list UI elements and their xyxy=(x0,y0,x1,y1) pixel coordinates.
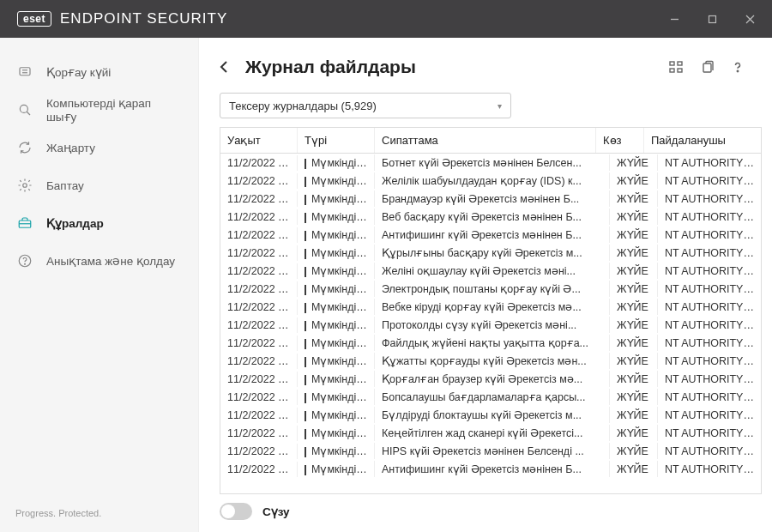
toolbox-icon xyxy=(15,214,34,233)
back-button[interactable] xyxy=(214,57,233,76)
page-title: Журнал файлдары xyxy=(245,57,659,77)
cell-source: ЖҮЙЕ xyxy=(610,371,658,387)
cell-time: 11/2/2022 8... xyxy=(220,263,298,279)
cell-type: Мүмкіндік ө... xyxy=(298,281,375,297)
table-header: Уақыт Түрі Сипаттама Көз Пайдаланушы xyxy=(220,128,761,154)
table-row[interactable]: 11/2/2022 8...Мүмкіндік ө...Антифишинг к… xyxy=(220,460,761,478)
sidebar-item-scan[interactable]: Компьютерді қарап шығу xyxy=(0,91,198,129)
cell-time: 11/2/2022 8... xyxy=(220,408,298,423)
cell-source: ЖҮЙЕ xyxy=(610,263,658,279)
cell-time: 11/2/2022 8... xyxy=(220,173,298,189)
table-row[interactable]: 11/2/2022 8...Мүмкіндік ө...Файлдық жүйе… xyxy=(220,334,761,352)
col-user-header[interactable]: Пайдаланушы xyxy=(644,128,747,153)
cell-user: NT AUTHORITY\SY... xyxy=(658,390,761,405)
table-row[interactable]: 11/2/2022 8...Мүмкіндік ө...Бопсалаушы б… xyxy=(220,388,761,406)
cell-time: 11/2/2022 8... xyxy=(220,245,298,261)
table-row[interactable]: 11/2/2022 8...Мүмкіндік ө...Протоколды с… xyxy=(220,316,761,334)
table-row[interactable]: 11/2/2022 8...Мүмкіндік ө...Веб басқару … xyxy=(220,208,761,226)
svg-rect-15 xyxy=(678,62,682,65)
svg-rect-1 xyxy=(709,15,715,22)
cell-type: Мүмкіндік ө... xyxy=(298,227,375,243)
sidebar-item-setup[interactable]: Баптау xyxy=(0,166,198,204)
table-body[interactable]: 11/2/2022 8...Мүмкіндік ө...Ботнет күйі … xyxy=(220,154,761,493)
cell-type: Мүмкіндік ө... xyxy=(298,317,375,333)
cell-time: 11/2/2022 8... xyxy=(220,317,298,333)
cell-type: Мүмкіндік ө... xyxy=(298,443,375,459)
table-row[interactable]: 11/2/2022 8...Мүмкіндік ө...Кеңейтілген … xyxy=(220,424,761,442)
table-row[interactable]: 11/2/2022 8...Мүмкіндік ө...Антифишинг к… xyxy=(220,226,761,244)
cell-desc: Антифишинг күйі Әрекетсіз мәнінен Б... xyxy=(375,227,610,243)
sidebar-item-update[interactable]: Жаңарту xyxy=(0,129,198,166)
filter-label: Сүзу xyxy=(262,505,290,518)
log-table: Уақыт Түрі Сипаттама Көз Пайдаланушы 11/… xyxy=(220,127,762,494)
cell-desc: Желіні оқшаулау күйі Әрекетсіз мәні... xyxy=(375,263,610,279)
maximize-button[interactable] xyxy=(693,0,731,38)
sidebar-item-label: Баптау xyxy=(46,179,84,192)
sidebar-item-help[interactable]: Анықтама және қолдау xyxy=(0,242,198,280)
cell-desc: Желілік шабуылдаудан қорғау (IDS) к... xyxy=(375,172,610,189)
sidebar: Қорғау күйі Компьютерді қарап шығу Жаңар… xyxy=(0,38,199,532)
svg-rect-14 xyxy=(670,62,674,65)
cell-source: ЖҮЙЕ xyxy=(610,407,658,423)
cell-source: ЖҮЙЕ xyxy=(610,245,658,261)
filter-toggle[interactable] xyxy=(220,503,252,520)
cell-type: Мүмкіндік ө... xyxy=(298,190,375,207)
close-button[interactable] xyxy=(731,0,769,38)
cell-desc: Кеңейтілген жад сканері күйі Әрекетсі... xyxy=(375,425,610,441)
cell-user: NT AUTHORITY\SY... xyxy=(658,372,761,387)
table-row[interactable]: 11/2/2022 8...Мүмкіндік ө...Құрылғыны ба… xyxy=(220,244,761,262)
cell-time: 11/2/2022 8... xyxy=(220,372,298,387)
titlebar: eset ENDPOINT SECURITY xyxy=(0,0,772,38)
cell-desc: Қорғалған браузер күйі Әрекетсіз мә... xyxy=(375,371,610,387)
cell-source: ЖҮЙЕ xyxy=(610,172,658,189)
cell-type: Мүмкіндік ө... xyxy=(298,245,375,261)
sidebar-item-label: Жаңарту xyxy=(46,141,95,154)
table-row[interactable]: 11/2/2022 8...Мүмкіндік ө...Желілік шабу… xyxy=(220,172,761,190)
cell-desc: Файлдық жүйені нақты уақытта қорға... xyxy=(375,335,610,351)
col-source-header[interactable]: Көз xyxy=(596,128,644,153)
table-row[interactable]: 11/2/2022 8...Мүмкіндік ө...Құжатты қорғ… xyxy=(220,352,761,370)
cell-type: Мүмкіндік ө... xyxy=(298,389,375,405)
minimize-button[interactable] xyxy=(655,0,693,38)
table-row[interactable]: 11/2/2022 8...Мүмкіндік ө...Вебке кіруді… xyxy=(220,298,761,316)
cell-user: NT AUTHORITY\SY... xyxy=(658,462,761,477)
svg-point-13 xyxy=(25,263,26,264)
table-row[interactable]: 11/2/2022 8...Мүмкіндік ө...Желіні оқшау… xyxy=(220,262,761,280)
cell-source: ЖҮЙЕ xyxy=(610,317,658,333)
cell-desc: Веб басқару күйі Әрекетсіз мәнінен Б... xyxy=(375,209,610,225)
svg-point-7 xyxy=(20,105,27,112)
sidebar-item-tools[interactable]: Құралдар xyxy=(0,204,198,242)
cell-time: 11/2/2022 8... xyxy=(220,209,298,225)
sidebar-item-label: Компьютерді қарап шығу xyxy=(46,96,183,124)
sidebar-list: Қорғау күйі Компьютерді қарап шығу Жаңар… xyxy=(0,38,198,494)
col-desc-header[interactable]: Сипаттама xyxy=(375,128,596,153)
col-type-header[interactable]: Түрі xyxy=(298,128,375,153)
cell-user: NT AUTHORITY\SY... xyxy=(658,281,761,297)
cell-user: NT AUTHORITY\SY... xyxy=(658,408,761,423)
cell-type: Мүмкіндік ө... xyxy=(298,263,375,279)
cell-source: ЖҮЙЕ xyxy=(610,154,658,171)
cell-source: ЖҮЙЕ xyxy=(610,281,658,297)
sidebar-item-status[interactable]: Қорғау күйі xyxy=(0,53,198,91)
cell-type: Мүмкіндік ө... xyxy=(298,299,375,315)
table-row[interactable]: 11/2/2022 8...Мүмкіндік ө...Брандмауэр к… xyxy=(220,190,761,208)
cell-time: 11/2/2022 8... xyxy=(220,281,298,297)
cell-desc: Бүлдіруді блоктаушы күйі Әрекетсіз м... xyxy=(375,407,610,423)
refresh-icon xyxy=(15,138,34,157)
table-row[interactable]: 11/2/2022 8...Мүмкіндік ө...Электрондық … xyxy=(220,280,761,298)
table-row[interactable]: 11/2/2022 8...Мүмкіндік ө...Ботнет күйі … xyxy=(220,154,761,172)
copy-button[interactable] xyxy=(693,53,721,81)
table-row[interactable]: 11/2/2022 8...Мүмкіндік ө...HIPS күйі Әр… xyxy=(220,442,761,460)
cell-time: 11/2/2022 8... xyxy=(220,444,298,459)
log-type-dropdown[interactable]: Тексеру журналдары (5,929) ▾ xyxy=(220,93,511,118)
help-icon xyxy=(15,251,34,270)
table-row[interactable]: 11/2/2022 8...Мүмкіндік ө...Бүлдіруді бл… xyxy=(220,406,761,424)
help-button[interactable] xyxy=(724,53,751,81)
cell-user: NT AUTHORITY\SY... xyxy=(658,173,761,189)
view-options-button[interactable] xyxy=(662,53,690,81)
table-row[interactable]: 11/2/2022 8...Мүмкіндік ө...Қорғалған бр… xyxy=(220,370,761,388)
col-time-header[interactable]: Уақыт xyxy=(220,128,298,153)
sidebar-footer: Progress. Protected. xyxy=(0,494,198,532)
cell-source: ЖҮЙЕ xyxy=(610,443,658,459)
cell-source: ЖҮЙЕ xyxy=(610,389,658,405)
